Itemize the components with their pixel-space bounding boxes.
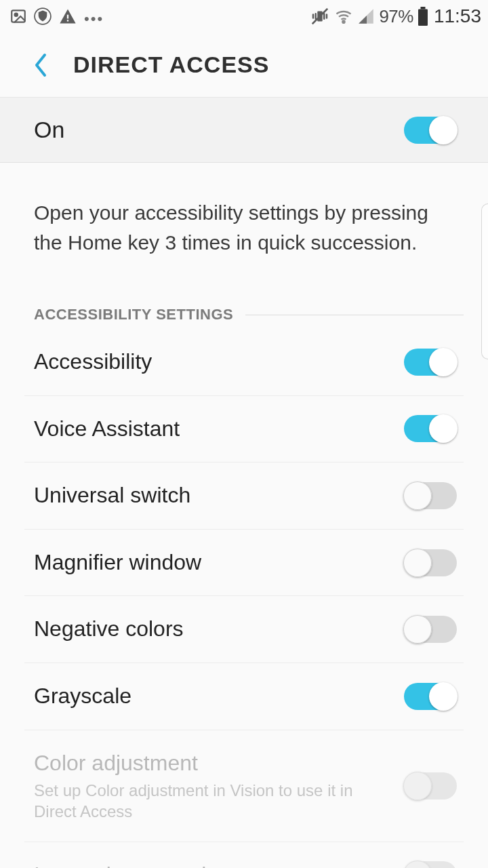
setting-toggle <box>404 861 457 868</box>
svg-rect-3 <box>67 15 68 19</box>
setting-label: Interaction control <box>34 861 390 868</box>
setting-toggle[interactable] <box>404 683 457 710</box>
section-header-label: ACCESSIBILITY SETTINGS <box>34 306 233 323</box>
setting-row-negative-colors[interactable]: Negative colors <box>24 596 464 663</box>
page-title: DIRECT ACCESS <box>73 52 269 78</box>
setting-toggle[interactable] <box>404 616 457 643</box>
status-bar: ••• 97% 1 <box>0 0 488 33</box>
setting-toggle[interactable] <box>404 349 457 376</box>
battery-icon <box>418 7 428 26</box>
warning-icon <box>58 7 77 26</box>
setting-row-voice-assistant[interactable]: Voice Assistant <box>24 396 464 463</box>
setting-toggle[interactable] <box>404 482 457 509</box>
master-toggle[interactable] <box>404 117 457 144</box>
back-button[interactable] <box>27 52 54 79</box>
setting-row-color-adjustment: Color adjustmentSet up Color adjustment … <box>24 730 464 842</box>
setting-label: Voice Assistant <box>34 415 390 443</box>
image-icon <box>9 7 27 25</box>
setting-label: Accessibility <box>34 348 390 376</box>
setting-row-accessibility[interactable]: Accessibility <box>24 323 464 396</box>
more-icon: ••• <box>84 10 104 28</box>
section-header: ACCESSIBILITY SETTINGS <box>34 306 464 323</box>
shield-icon <box>34 7 52 25</box>
setting-row-interaction-control: Interaction control <box>24 842 464 868</box>
status-left-icons: ••• <box>9 7 104 26</box>
clock-text: 11:53 <box>434 5 481 27</box>
chevron-left-icon <box>33 52 49 78</box>
setting-row-universal-switch[interactable]: Universal switch <box>24 462 464 530</box>
svg-rect-0 <box>12 10 25 22</box>
setting-label: Universal switch <box>34 481 390 510</box>
edge-panel-handle[interactable] <box>481 203 488 359</box>
setting-sublabel: Set up Color adjustment in Vision to use… <box>34 780 390 822</box>
title-bar: DIRECT ACCESS <box>0 33 488 98</box>
setting-toggle[interactable] <box>404 415 457 442</box>
vibrate-off-icon <box>310 6 330 26</box>
settings-list: AccessibilityVoice AssistantUniversal sw… <box>0 323 488 868</box>
svg-point-7 <box>343 21 345 23</box>
cell-signal-icon <box>357 7 375 25</box>
status-right-icons: 97% 11:53 <box>310 5 481 27</box>
setting-label: Magnifier window <box>34 549 390 577</box>
svg-rect-8 <box>418 9 428 26</box>
setting-toggle[interactable] <box>404 549 457 576</box>
svg-point-1 <box>15 14 18 16</box>
master-toggle-row[interactable]: On <box>0 98 488 163</box>
master-toggle-label: On <box>34 117 64 143</box>
svg-rect-4 <box>67 20 68 21</box>
setting-row-grayscale[interactable]: Grayscale <box>24 663 464 730</box>
setting-label: Grayscale <box>34 682 390 711</box>
divider <box>245 315 464 315</box>
setting-label: Negative colors <box>34 615 390 644</box>
setting-toggle <box>404 772 457 800</box>
svg-line-6 <box>312 9 328 24</box>
setting-label: Color adjustment <box>34 749 390 778</box>
svg-rect-9 <box>420 7 425 9</box>
setting-row-magnifier-window[interactable]: Magnifier window <box>24 530 464 597</box>
description-text: Open your accessibility settings by pres… <box>0 163 488 257</box>
battery-percent: 97% <box>379 6 413 27</box>
wifi-icon <box>334 7 353 26</box>
